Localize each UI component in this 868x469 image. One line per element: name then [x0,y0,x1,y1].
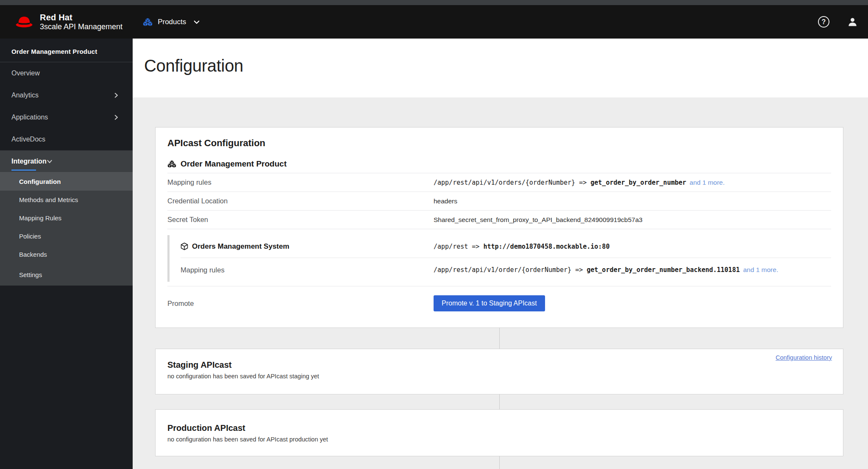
secret-token-row: Secret Token Shared_secret_sent_from_pro… [167,211,831,229]
backend-mapping-rule-metric: get_order_by_order_number_backend.110181 [587,266,740,274]
brand-name: Red Hat [40,13,122,22]
secret-token-value: Shared_secret_sent_from_proxy_to_API_bac… [434,216,643,224]
sidebar-subitem-policies[interactable]: Policies [0,227,133,245]
product-row: Order Management Product [167,155,831,173]
credential-location-label: Credential Location [167,197,434,205]
sidebar-item-applications[interactable]: Applications [0,106,133,128]
credential-location-value: headers [434,197,457,205]
configuration-history-link[interactable]: Configuration history [776,354,832,361]
credential-location-row: Credential Location headers [167,192,831,211]
backend-mapping-rules-label: Mapping rules [181,266,434,274]
promote-row: Promote Promote v. 1 to Staging APIcast [167,290,831,317]
user-icon[interactable] [847,17,858,27]
help-icon[interactable]: ? [818,16,829,28]
connector-line [499,394,500,409]
nav-products-label: Products [158,18,186,26]
sidebar-item-integration[interactable]: Integration [0,150,133,172]
mapping-rule-metric: get_order_by_order_number [590,179,686,186]
sidebar-subitem-settings[interactable]: Settings [0,264,133,286]
sidebar-item-analytics[interactable]: Analytics [0,84,133,106]
sidebar-subitem-configuration[interactable]: Configuration [0,172,133,191]
sidebar-product-title: Order Management Product [0,39,133,62]
backend-name: Orders Management System [192,242,289,251]
sidebar-item-activedocs[interactable]: ActiveDocs [0,128,133,150]
page-header: Configuration [133,39,868,97]
chevron-right-icon [113,114,119,120]
staging-subtitle: no configuration has been saved for APIc… [167,373,831,380]
mapping-rules-more-link[interactable]: and 1 more. [690,179,725,186]
promote-button[interactable]: Promote v. 1 to Staging APIcast [434,295,545,311]
backend-indent-bar [167,235,170,282]
promote-divider [167,286,831,286]
staging-title: Staging APIcast [167,360,831,370]
backend-mapping-rules-row: Mapping rules /app/rest/api/v1/order/{or… [181,258,831,282]
chevron-down-icon [47,158,53,164]
brand-product: 3scale API Management [40,22,122,31]
mapping-rules-label: Mapping rules [167,178,434,186]
sidebar-item-overview[interactable]: Overview [0,62,133,84]
connector-line [499,328,500,349]
staging-apicast-card: Configuration history Staging APIcast no… [155,349,843,394]
top-strip [0,0,868,5]
backend-endpoint-path: /app/rest => [434,243,483,250]
nav-products-menu[interactable]: Products [143,17,200,27]
backend-endpoint-target: http://demo1870458.mockable.io:80 [483,243,609,250]
backend-mapping-rule-path: /app/rest/api/v1/order/{orderNumber} => [434,266,587,274]
chevron-right-icon [113,92,119,98]
production-title: Production APIcast [167,423,831,433]
cubes-icon [167,160,176,168]
sidebar-subitem-backends[interactable]: Backends [0,245,133,264]
products-cubes-icon [143,17,153,27]
connector-line [499,456,500,469]
product-name: Order Management Product [181,159,287,169]
masthead: Red Hat 3scale API Management Products [0,0,868,39]
brand-logo[interactable]: Red Hat 3scale API Management [14,13,122,31]
redhat-fedora-icon [14,15,34,29]
mapping-rules-row: Mapping rules /app/rest/api/v1/orders/{o… [167,173,831,192]
production-subtitle: no configuration has been saved for APIc… [167,436,831,443]
backend-mapping-rules-more-link[interactable]: and 1 more. [743,266,778,274]
sidebar: Order Management Product Overview Analyt… [0,39,133,469]
backend-title-row: Orders Management System /app/rest => ht… [181,235,831,258]
content-area: APIcast Configuration Order Management P… [133,97,868,469]
sidebar-integration-section: Integration Configuration Methods and Me… [0,150,133,286]
sidebar-subitem-mapping-rules[interactable]: Mapping Rules [0,209,133,227]
backend-section: Orders Management System /app/rest => ht… [167,235,831,282]
sidebar-subitem-methods-metrics[interactable]: Methods and Metrics [0,191,133,209]
promote-label: Promote [167,300,434,308]
mapping-rule-path: /app/rest/api/v1/orders/{orderNumber} => [434,179,590,186]
page-title: Configuration [133,39,868,75]
apicast-card-title: APIcast Configuration [167,138,831,149]
active-section-underline [11,169,36,171]
secret-token-label: Secret Token [167,216,434,224]
apicast-configuration-card: APIcast Configuration Order Management P… [155,127,843,328]
chevron-down-icon [193,18,200,26]
production-apicast-card: Production APIcast no configuration has … [155,409,843,456]
cube-icon [181,242,188,250]
